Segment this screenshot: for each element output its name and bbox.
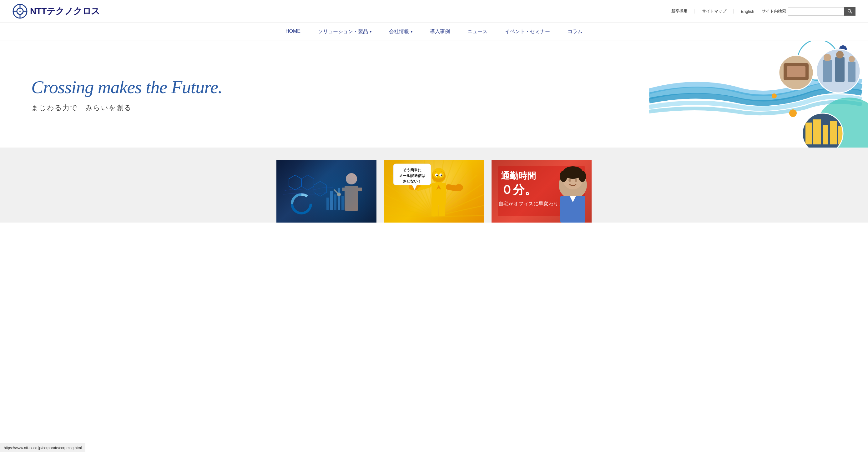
english-link[interactable]: English: [736, 8, 759, 15]
person-bg-graphic: 通勤時間 ０分。 自宅がオフィスに早変わり。: [492, 160, 592, 223]
svg-rect-32: [813, 120, 821, 144]
svg-point-46: [292, 194, 311, 213]
svg-rect-91: [439, 204, 445, 216]
tech-bg-graphic: [276, 160, 376, 223]
chevron-down-icon-solutions: ▾: [370, 30, 371, 33]
svg-point-2: [20, 11, 21, 12]
svg-line-54: [334, 190, 339, 194]
svg-rect-45: [341, 196, 344, 210]
nav-item-events: イベント・セミナー: [496, 23, 559, 41]
search-button[interactable]: [844, 7, 856, 15]
nav-label-solutions: ソリューション・製品: [318, 28, 368, 35]
svg-point-20: [824, 54, 831, 61]
hero-bg-graphic: そう簡単に メール誤送信は させない！: [384, 160, 484, 223]
nav-label-company: 会社情報: [389, 28, 409, 35]
svg-rect-43: [334, 194, 336, 210]
header-top: NTTテクノクロス 新卒採用 ｜ サイトマップ ｜ English サイト内検索: [12, 0, 856, 23]
header: NTTテクノクロス 新卒採用 ｜ サイトマップ ｜ English サイト内検索: [0, 0, 868, 23]
nav-link-cases[interactable]: 導入事例: [421, 23, 459, 41]
svg-text:自宅がオフィスに早変わり。: 自宅がオフィスに早変わり。: [498, 201, 563, 206]
nav-label-home: HOME: [285, 28, 301, 34]
svg-point-76: [433, 171, 444, 179]
card-image-hero: そう簡単に メール誤送信は させない！: [384, 160, 484, 223]
nav-link-news[interactable]: ニュース: [459, 23, 496, 41]
nav-link-solutions[interactable]: ソリューション・製品 ▾: [309, 23, 380, 41]
svg-point-22: [848, 56, 855, 62]
hero-title: Crossing makes the Future.: [31, 76, 222, 98]
nav-label-cases: 導入事例: [430, 28, 450, 35]
search-input[interactable]: [788, 7, 844, 15]
main-nav: HOME ソリューション・製品 ▾ 会社情報 ▾ 導入事例 ニュース: [0, 23, 868, 41]
svg-rect-50: [345, 186, 358, 211]
nav-item-home: HOME: [277, 23, 309, 41]
svg-point-89: [455, 184, 463, 191]
svg-point-106: [575, 179, 577, 182]
svg-text:そう簡単に: そう簡単に: [403, 168, 422, 172]
nav-item-news: ニュース: [459, 23, 496, 41]
separator-1: ｜: [692, 8, 697, 14]
svg-rect-17: [823, 60, 832, 82]
svg-point-104: [579, 171, 586, 182]
logo-text: NTTテクノクロス: [30, 5, 100, 17]
svg-point-48: [292, 194, 311, 213]
svg-point-105: [568, 179, 571, 182]
card-tech[interactable]: [276, 160, 376, 223]
nav-item-solutions: ソリューション・製品 ▾: [309, 23, 380, 41]
svg-text:通勤時間: 通勤時間: [501, 171, 536, 181]
svg-marker-38: [289, 175, 302, 190]
card-person[interactable]: 通勤時間 ０分。 自宅がオフィスに早変わり。: [492, 160, 592, 223]
wave-graphic: [649, 41, 868, 148]
separator-2: ｜: [731, 8, 736, 14]
card-image-person: 通勤時間 ０分。 自宅がオフィスに早変わり。: [492, 160, 592, 223]
svg-text:メール誤送信は: メール誤送信は: [399, 173, 425, 178]
nav-link-events[interactable]: イベント・セミナー: [496, 23, 559, 41]
svg-rect-41: [327, 198, 329, 210]
new-grad-link[interactable]: 新卒採用: [666, 7, 692, 15]
nav-item-company: 会社情報 ▾: [380, 23, 421, 41]
nav-label-column: コラム: [567, 28, 583, 35]
svg-marker-39: [302, 175, 314, 190]
svg-point-79: [436, 175, 438, 176]
nav-link-home[interactable]: HOME: [277, 23, 309, 40]
svg-line-64: [384, 216, 434, 216]
svg-rect-18: [835, 57, 844, 82]
svg-line-62: [384, 194, 434, 216]
svg-rect-19: [848, 62, 856, 82]
sitemap-link[interactable]: サイトマップ: [697, 7, 731, 15]
svg-point-49: [346, 173, 357, 185]
nav-list: HOME ソリューション・製品 ▾ 会社情報 ▾ 導入事例 ニュース: [12, 23, 856, 41]
nav-label-events: イベント・セミナー: [505, 28, 550, 35]
nav-item-cases: 導入事例: [421, 23, 459, 41]
nav-label-news: ニュース: [467, 28, 488, 35]
hero-text: Crossing makes the Future. まじわる力で みらいを創る: [31, 76, 222, 112]
svg-text:させない！: させない！: [403, 179, 422, 184]
ntt-logo-icon: [12, 4, 28, 19]
svg-rect-42: [330, 191, 333, 210]
svg-rect-44: [338, 188, 340, 210]
svg-rect-34: [830, 121, 837, 144]
svg-point-37: [772, 93, 777, 98]
svg-point-11: [789, 109, 797, 117]
search-label: サイト内検索: [762, 8, 786, 14]
cards-row: そう簡単に メール誤送信は させない！ 通勤時間 ０分。 自宅がオフィスに早変わ…: [25, 160, 843, 223]
svg-rect-27: [787, 66, 805, 77]
card-image-tech: [276, 160, 376, 223]
logo-link[interactable]: NTTテクノクロス: [12, 4, 100, 19]
nav-item-column: コラム: [559, 23, 591, 41]
search-icon: [847, 9, 852, 14]
svg-rect-33: [823, 125, 828, 144]
svg-rect-90: [432, 204, 438, 216]
svg-text:０分。: ０分。: [501, 183, 536, 196]
nav-link-column[interactable]: コラム: [559, 23, 591, 41]
chevron-down-icon-company: ▾: [411, 30, 412, 33]
svg-line-8: [850, 12, 852, 13]
header-right: 新卒採用 ｜ サイトマップ ｜ English サイト内検索: [666, 7, 856, 15]
hero-subtitle: まじわる力で みらいを創る: [31, 103, 222, 112]
nav-link-company[interactable]: 会社情報 ▾: [380, 23, 421, 41]
search-area: サイト内検索: [762, 7, 856, 15]
card-hero-character[interactable]: そう簡単に メール誤送信は させない！: [384, 160, 484, 223]
svg-point-53: [337, 193, 341, 196]
svg-rect-51: [342, 188, 348, 191]
svg-rect-31: [805, 123, 812, 144]
svg-rect-52: [356, 188, 362, 191]
